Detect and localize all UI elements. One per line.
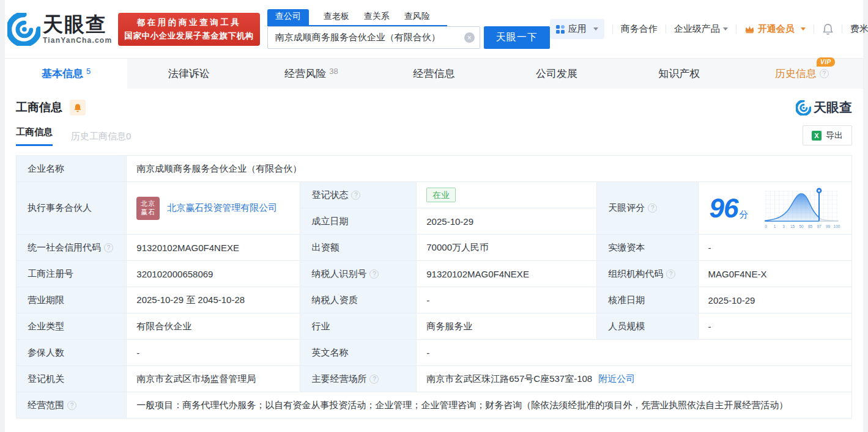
subtab-history-business-info[interactable]: 历史工商信息0	[71, 131, 131, 142]
nav-business-coop[interactable]: 商务合作	[621, 23, 658, 35]
reg-number-value: 320102000658069	[127, 261, 300, 287]
watermark-logo: 天眼查	[796, 99, 852, 116]
business-scope-value: 一般项目：商务代理代办服务；以自有资金从事投资活动；企业管理；企业管理咨询；财务…	[127, 392, 852, 419]
help-icon[interactable]	[104, 243, 113, 252]
field-label: 主要经营场所	[300, 366, 417, 392]
field-label: 经营范围	[17, 392, 127, 419]
slogan-line-1: 都在用的商业查询工具	[124, 17, 254, 28]
svg-text:3: 3	[782, 224, 785, 229]
apps-label: 应用	[568, 23, 587, 35]
subscribe-bell-icon[interactable]	[70, 100, 86, 115]
help-icon[interactable]	[369, 269, 379, 279]
tab-legal-lawsuits[interactable]: 法律诉讼	[127, 59, 250, 89]
tab-intellectual-property[interactable]: 知识产权	[618, 59, 740, 89]
table-row: 执行事务合伙人 北京 赢石 北京赢石投资管理有限公司 登记状态 在业	[17, 182, 852, 208]
logo-domain: TianYanCha.com	[43, 36, 112, 45]
svg-text:100: 100	[834, 224, 840, 229]
tab-history-info[interactable]: 历史信息 VIP	[741, 59, 863, 89]
search-button[interactable]: 天眼一下	[484, 26, 550, 49]
subtabs: 工商信息 历史工商信息0	[16, 126, 852, 147]
field-label: 行业	[300, 313, 417, 340]
chevron-down-icon	[801, 27, 806, 31]
field-label: 参保人数	[17, 340, 127, 366]
field-label: 纳税人识别号	[300, 261, 417, 287]
slogan-line-2: 国家中小企业发展子基金旗下机构	[124, 31, 254, 42]
score-distribution-chart: 0 1 3 15 50 85 97 99 100	[762, 186, 842, 231]
svg-text:0: 0	[765, 224, 767, 229]
tianyancha-logo-icon	[7, 13, 40, 46]
establish-date-value: 2025-10-29	[417, 208, 597, 235]
search-tab-company[interactable]: 查公司	[267, 9, 309, 25]
excel-icon	[812, 131, 822, 141]
tab-operation-info[interactable]: 经营信息	[373, 59, 495, 89]
search-tab-relation[interactable]: 查关系	[364, 9, 390, 25]
search-tab-boss[interactable]: 查老板	[324, 9, 349, 25]
tab-basic-info[interactable]: 基本信息5	[5, 59, 127, 89]
svg-text:99: 99	[826, 224, 831, 229]
help-icon[interactable]	[820, 69, 829, 78]
table-row: 登记机关 南京市玄武区市场监督管理局 主要经营场所 南京市玄武区珠江路657号C…	[17, 366, 852, 392]
field-label: 统一社会信用代码	[17, 235, 127, 261]
help-icon[interactable]	[351, 191, 360, 200]
search-input[interactable]	[267, 26, 480, 49]
table-row: 经营范围 一般项目：商务代理代办服务；以自有资金从事投资活动；企业管理；企业管理…	[17, 392, 852, 419]
table-row: 企业名称 南京成顺商务服务合伙企业（有限合伙）	[17, 156, 852, 182]
table-row: 参保人数 - 英文名称 -	[17, 340, 852, 366]
field-label: 组织机构代码	[597, 261, 698, 287]
status-badge: 在业	[426, 188, 456, 202]
field-label: 出资额	[300, 235, 417, 261]
field-label: 实缴资本	[597, 235, 698, 261]
help-icon[interactable]	[648, 203, 657, 213]
clear-icon[interactable]	[464, 32, 475, 43]
tab-count: 5	[86, 67, 91, 76]
brand-slogan: 都在用的商业查询工具 国家中小企业发展子基金旗下机构	[118, 13, 260, 46]
business-address-value: 南京市玄武区珠江路657号C座537室-108 附近公司	[417, 366, 852, 392]
score-number: 96分	[710, 193, 749, 224]
chevron-down-icon	[723, 27, 728, 31]
help-icon[interactable]	[67, 401, 76, 410]
partner-company-link[interactable]: 北京赢石投资管理有限公司	[167, 202, 277, 214]
svg-text:85: 85	[808, 224, 813, 229]
field-label: 登记状态	[300, 182, 417, 208]
main-content: 工商信息 天眼查 工商信息 历史工商信息0 导出	[5, 89, 863, 419]
nav-open-vip[interactable]: 开通会员	[744, 23, 806, 35]
company-type-value: 有限合伙企业	[127, 313, 300, 340]
field-label: 企业名称	[17, 156, 127, 182]
insured-count-value: -	[127, 340, 300, 366]
field-label: 纳税人资质	[300, 287, 417, 313]
help-icon[interactable]	[369, 375, 379, 384]
subtab-business-info[interactable]: 工商信息	[16, 126, 53, 146]
field-label: 英文名称	[300, 340, 417, 366]
notification-bell-icon[interactable]	[822, 23, 834, 35]
org-code-value: MAG0F4NE-X	[698, 261, 851, 287]
crown-icon	[744, 24, 755, 34]
business-info-table: 企业名称 南京成顺商务服务合伙企业（有限合伙） 执行事务合伙人 北京 赢石 北京…	[16, 155, 852, 419]
field-label: 天眼评分	[597, 182, 698, 235]
paid-capital-value: -	[698, 235, 851, 261]
field-label: 人员规模	[597, 313, 698, 340]
search-tab-risk[interactable]: 查风险	[404, 9, 430, 25]
page: 天眼查 TianYanCha.com 都在用的商业查询工具 国家中小企业发展子基…	[5, 0, 863, 432]
export-button[interactable]: 导出	[803, 125, 852, 145]
help-icon[interactable]	[666, 269, 675, 279]
company-tabs: 基本信息5 法律诉讼 经营风险38 经营信息 公司发展 知识产权 历史信息 VI…	[5, 58, 863, 89]
field-label: 工商注册号	[17, 261, 127, 287]
user-menu[interactable]: 费米	[850, 23, 868, 35]
vip-badge: VIP	[817, 57, 835, 67]
english-name-value: -	[417, 340, 852, 366]
search-tabs: 查公司 查老板 查关系 查风险	[267, 9, 447, 26]
apps-grid-icon	[556, 25, 565, 34]
score-value: 96分	[698, 182, 851, 235]
nearby-companies-link[interactable]: 附近公司	[598, 373, 635, 385]
table-row: 工商注册号 320102000658069 纳税人识别号 91320102MAG…	[17, 261, 852, 287]
tab-operation-risk[interactable]: 经营风险38	[250, 59, 373, 89]
logo-title: 天眼查	[43, 14, 112, 34]
tianyancha-logo[interactable]: 天眼查 TianYanCha.com	[7, 13, 112, 46]
nav-enterprise-products[interactable]: 企业级产品	[674, 23, 728, 35]
table-row: 企业类型 有限合伙企业 行业 商务服务业 人员规模 -	[17, 313, 852, 340]
header: 天眼查 TianYanCha.com 都在用的商业查询工具 国家中小企业发展子基…	[5, 0, 863, 58]
apps-menu[interactable]: 应用	[550, 19, 604, 39]
tab-company-development[interactable]: 公司发展	[495, 59, 618, 89]
field-label: 营业期限	[17, 287, 127, 313]
reg-authority-value: 南京市玄武区市场监督管理局	[127, 366, 300, 392]
